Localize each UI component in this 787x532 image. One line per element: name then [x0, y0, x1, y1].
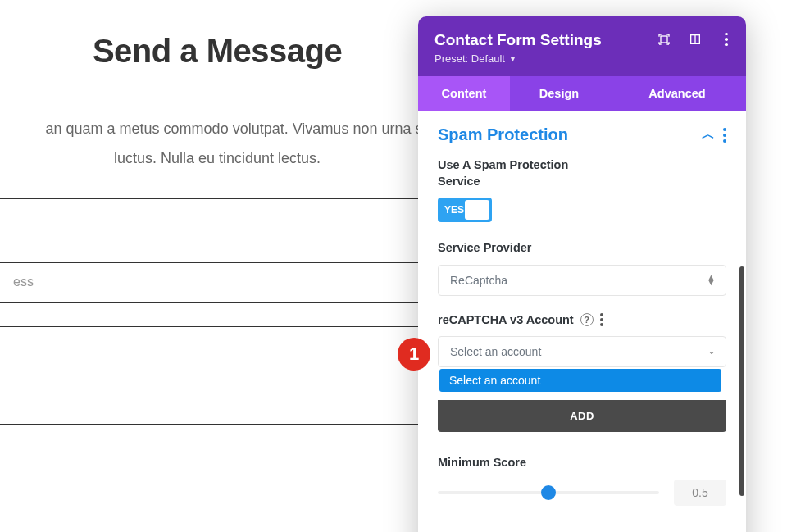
tab-advanced[interactable]: Advanced — [608, 76, 746, 111]
provider-label: Service Provider — [438, 240, 726, 257]
account-option-select[interactable]: Select an account — [439, 369, 721, 392]
min-score-value[interactable]: 0.5 — [674, 480, 726, 506]
select-updown-icon: ▲▼ — [707, 275, 716, 285]
slider-thumb[interactable] — [541, 485, 556, 500]
preset-selector[interactable]: Preset: Default ▼ — [434, 52, 730, 65]
kebab-menu-icon[interactable] — [720, 33, 733, 46]
preset-label: Preset: Default — [434, 52, 505, 65]
svg-rect-0 — [661, 36, 667, 43]
provider-select[interactable]: ReCaptcha ▲▼ — [438, 265, 726, 296]
form-field-message[interactable] — [0, 326, 443, 425]
account-kebab-icon[interactable] — [600, 313, 603, 326]
panel-layout-icon[interactable] — [689, 33, 702, 46]
help-icon[interactable]: ? — [580, 313, 594, 326]
account-label-row: reCAPTCHA v3 Account ? — [438, 312, 726, 329]
toggle-text: YES — [444, 198, 464, 222]
tab-content[interactable]: Content — [418, 76, 510, 111]
panel-body: Spam Protection ︿ Use A Spam Protection … — [418, 111, 746, 532]
section-kebab-icon[interactable] — [723, 128, 726, 143]
panel-tabs: Content Design Advanced — [418, 76, 746, 111]
toggle-knob — [465, 200, 489, 220]
min-score-slider[interactable] — [438, 484, 659, 501]
use-spam-service-label: Use A Spam Protection Service — [438, 157, 602, 189]
use-spam-service-group: Use A Spam Protection Service YES — [438, 157, 726, 222]
scrollbar[interactable] — [739, 266, 744, 496]
settings-panel: Contact Form Settings Preset: Default ▼ … — [418, 16, 746, 532]
contact-form: ess — [0, 198, 443, 425]
form-field-email[interactable]: ess — [0, 262, 443, 303]
account-dropdown: Select an account ⌄ Select an account AD… — [438, 336, 726, 432]
chevron-down-icon: ⌄ — [707, 349, 716, 355]
provider-group: Service Provider ReCaptcha ▲▼ — [438, 240, 726, 296]
account-group: reCAPTCHA v3 Account ? Select an account… — [438, 312, 726, 433]
account-select[interactable]: Select an account ⌄ — [438, 336, 726, 367]
section-header[interactable]: Spam Protection ︿ — [438, 125, 726, 144]
chevron-down-icon: ▼ — [509, 55, 516, 63]
account-placeholder: Select an account — [450, 345, 541, 358]
annotation-marker-1: 1 — [398, 338, 430, 371]
account-label: reCAPTCHA v3 Account — [438, 312, 574, 329]
chevron-up-icon[interactable]: ︿ — [702, 126, 715, 143]
expand-icon[interactable] — [657, 33, 671, 46]
min-score-group: Minimum Score 0.5 — [438, 455, 726, 506]
min-score-label: Minimum Score — [438, 455, 726, 471]
provider-value: ReCaptcha — [450, 274, 507, 287]
form-field-name[interactable] — [0, 198, 443, 239]
add-account-button[interactable]: ADD — [438, 400, 726, 432]
use-spam-service-toggle[interactable]: YES — [438, 198, 492, 222]
header-icon-row — [657, 33, 733, 46]
section-title: Spam Protection — [438, 125, 568, 144]
tab-design[interactable]: Design — [510, 76, 608, 111]
panel-header: Contact Form Settings Preset: Default ▼ — [418, 16, 746, 76]
